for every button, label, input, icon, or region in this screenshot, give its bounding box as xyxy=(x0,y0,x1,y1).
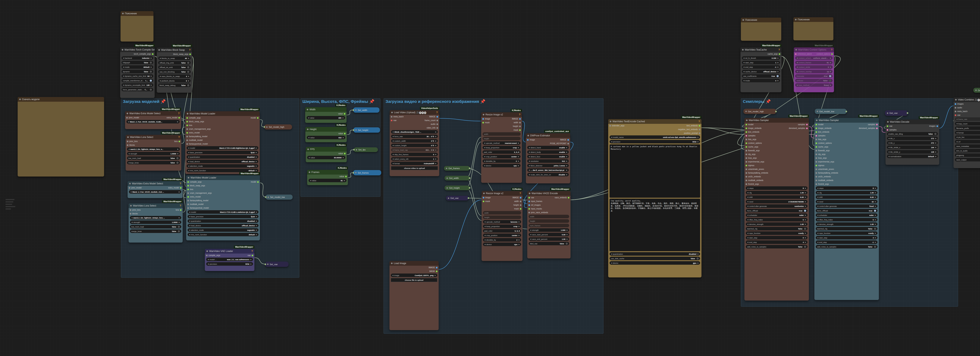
input-port-dot[interactable] xyxy=(746,183,747,185)
input-port-dot[interactable] xyxy=(186,140,188,141)
collapse-dot-icon[interactable] xyxy=(483,114,484,115)
output-port-dot[interactable] xyxy=(178,117,180,119)
mini-node-get-vae[interactable]: Get_vae xyxy=(446,196,469,200)
output-port-pose-keypoint[interactable]: POSE_KEYPOINT xyxy=(550,141,569,145)
output-port-image[interactable]: IMAGE xyxy=(512,196,521,199)
widget-use-coefficients[interactable]: use_coefficientstrue xyxy=(742,74,780,78)
widget-crop-position[interactable]: ◀crop_positioncenter▶ xyxy=(482,155,520,158)
input-port-dot[interactable] xyxy=(816,154,817,155)
combo-left-arrow-icon[interactable]: ◀ xyxy=(743,80,745,81)
node-title-bar[interactable]: WanVideo Model Loader xyxy=(186,175,260,180)
input-port-dot[interactable] xyxy=(130,209,131,211)
combo-left-arrow-icon[interactable]: ◀ xyxy=(743,66,745,68)
combo-right-arrow-icon[interactable]: ▶ xyxy=(435,140,436,142)
combo-left-arrow-icon[interactable]: ◀ xyxy=(188,147,189,149)
combo-right-arrow-icon[interactable]: ▶ xyxy=(435,135,436,137)
toggle-knob[interactable] xyxy=(829,75,831,77)
combo-left-arrow-icon[interactable]: ◀ xyxy=(528,169,530,171)
combo-left-arrow-icon[interactable]: ◀ xyxy=(484,147,485,148)
input-port-sigmas[interactable]: sigmas xyxy=(746,164,754,167)
input-port-model[interactable]: model xyxy=(816,122,823,126)
output-port-dot[interactable] xyxy=(257,181,259,183)
combo-left-arrow-icon[interactable]: ◀ xyxy=(392,140,394,142)
node-dwpose-estimator[interactable]: comfyui_controlnet_auxDWPose Estimatorim… xyxy=(526,133,570,183)
output-port-mask[interactable]: mask xyxy=(514,207,521,211)
output-port-mask[interactable]: mask xyxy=(514,128,521,132)
input-port-dot[interactable] xyxy=(816,143,817,144)
widget-quantization[interactable]: ◀quantizationdisabled▶ xyxy=(186,155,258,159)
widget-rms-norm-function[interactable]: ◀rms_norm_functiondefault▶ xyxy=(186,169,258,172)
collapse-dot-icon[interactable] xyxy=(207,250,208,252)
collapse-dot-icon[interactable] xyxy=(188,177,189,178)
combo-right-arrow-icon[interactable]: ▶ xyxy=(518,160,519,162)
input-port-loop-args[interactable]: loop_args xyxy=(746,156,757,160)
collapse-dot-icon[interactable] xyxy=(127,137,129,138)
combo-right-arrow-icon[interactable]: ▶ xyxy=(256,147,257,149)
input-port-dot[interactable] xyxy=(816,131,817,133)
input-port-lora[interactable]: lora xyxy=(186,124,192,127)
input-port-samples[interactable]: samples xyxy=(746,134,756,138)
widget-bbox-detector[interactable]: ◀bbox_detectoryolox_l.onnx▶ xyxy=(527,164,569,167)
toggle-knob[interactable] xyxy=(150,70,152,73)
help-icon[interactable]: ? xyxy=(180,204,181,207)
combo-left-arrow-icon[interactable]: ◀ xyxy=(888,151,889,153)
input-port-cache-args[interactable]: cache_args xyxy=(746,145,758,149)
output-port-height[interactable]: height xyxy=(513,124,521,128)
widget-device[interactable]: ◀devicegpu▶ xyxy=(609,261,700,265)
combo-left-arrow-icon[interactable]: ◀ xyxy=(747,215,748,216)
input-port-dot[interactable] xyxy=(188,207,189,209)
combo-right-arrow-icon[interactable]: ▶ xyxy=(805,201,806,203)
combo-left-arrow-icon[interactable]: ◀ xyxy=(743,71,745,73)
mini-node-get-height[interactable]: Get_height xyxy=(444,186,470,190)
output-port-images[interactable]: images xyxy=(929,124,938,128)
combo-left-arrow-icon[interactable]: ◀ xyxy=(392,145,394,146)
combo-left-arrow-icon[interactable]: ◀ xyxy=(392,158,394,160)
combo-left-arrow-icon[interactable]: ◀ xyxy=(159,80,161,82)
widget-force-offload[interactable]: force_offloadtrue xyxy=(746,209,808,212)
combo-right-arrow-icon[interactable]: ▶ xyxy=(151,66,152,68)
combo-left-arrow-icon[interactable]: ◀ xyxy=(817,215,818,216)
input-port-dot[interactable] xyxy=(353,109,354,111)
widget-divisible-by[interactable]: ◀divisible_by2▶ xyxy=(482,159,520,163)
input-port-dot[interactable] xyxy=(816,168,817,170)
widget-control-after-generate[interactable]: ◀control after generaterandomize▶ xyxy=(746,204,808,208)
node-wanvideo-vae-loader[interactable]: WanVideoWrapperWanVideo VAE Loader?compi… xyxy=(205,249,255,271)
combo-right-arrow-icon[interactable]: ▶ xyxy=(875,232,876,234)
widget-wan2-2-t2v-lightx2v-4steps-lora-v[interactable]: ◀wan2.2_t2v_lightx2v_4steps_lora_v...▶ xyxy=(127,147,180,151)
input-port-dot[interactable] xyxy=(483,200,484,202)
widget-denoise-strength[interactable]: ◀denoise_strength1.00▶ xyxy=(816,222,878,226)
toggle-knob[interactable] xyxy=(178,230,180,232)
combo-right-arrow-icon[interactable]: ▶ xyxy=(698,141,699,143)
node-wanvideo-block-swap[interactable]: WanVideoWrapperWanVideo Block Swap?block… xyxy=(157,48,192,93)
widget-tile-x[interactable]: ◀tile_x272▶ xyxy=(887,137,938,140)
toggle-knob[interactable] xyxy=(566,243,568,245)
combo-right-arrow-icon[interactable]: ▶ xyxy=(177,153,178,154)
widget-shift[interactable]: ◀shift8.00▶ xyxy=(816,195,878,199)
widget-model[interactable]: ◀modelWan2.2-T2V-A14B-LowNoise-Q4_0.gguf… xyxy=(188,210,259,214)
mini-node-set-model-low[interactable]: Set_model_low xyxy=(266,195,293,200)
collapse-dot-icon[interactable] xyxy=(19,99,21,100)
input-port-sigmas[interactable]: sigmas xyxy=(816,164,824,167)
input-port-dot[interactable] xyxy=(887,126,888,127)
widget-device[interactable]: ◀devicecpu▶ xyxy=(483,243,521,246)
combo-right-arrow-icon[interactable]: ▶ xyxy=(805,192,806,194)
group-title[interactable]: Семплеры 📌 xyxy=(743,99,771,104)
combo-left-arrow-icon[interactable]: ◀ xyxy=(530,234,531,235)
widget-use-disk-cache[interactable]: use_disk_cachefalse xyxy=(609,257,700,260)
output-port-frame-count[interactable]: frame_count xyxy=(425,119,438,122)
combo-right-arrow-icon[interactable]: ▶ xyxy=(935,151,937,153)
widget-end-step[interactable]: ◀end_step-1▶ xyxy=(816,240,878,244)
output-port-video-info[interactable]: video_info xyxy=(426,126,438,130)
combo-right-arrow-icon[interactable]: ▶ xyxy=(256,161,257,162)
combo-left-arrow-icon[interactable]: ◀ xyxy=(530,238,531,240)
combo-right-arrow-icon[interactable]: ▶ xyxy=(435,275,436,276)
combo-right-arrow-icon[interactable]: ▶ xyxy=(805,205,806,207)
widget-load-device[interactable]: ◀load_deviceoffload_device▶ xyxy=(188,224,259,227)
output-port-dot[interactable] xyxy=(907,112,908,114)
input-port-dot[interactable] xyxy=(746,143,747,144)
widget-keep-proportion[interactable]: ◀keep_proportioncrop▶ xyxy=(483,224,521,228)
output-port-mask[interactable]: MASK xyxy=(430,269,438,273)
help-icon[interactable]: ? xyxy=(778,48,780,51)
combo-right-arrow-icon[interactable]: ▶ xyxy=(435,163,436,164)
widget-model[interactable]: ◀modelWan2.2-T2V-A14B-HighNoise-Q4_0.ggu… xyxy=(186,146,258,150)
